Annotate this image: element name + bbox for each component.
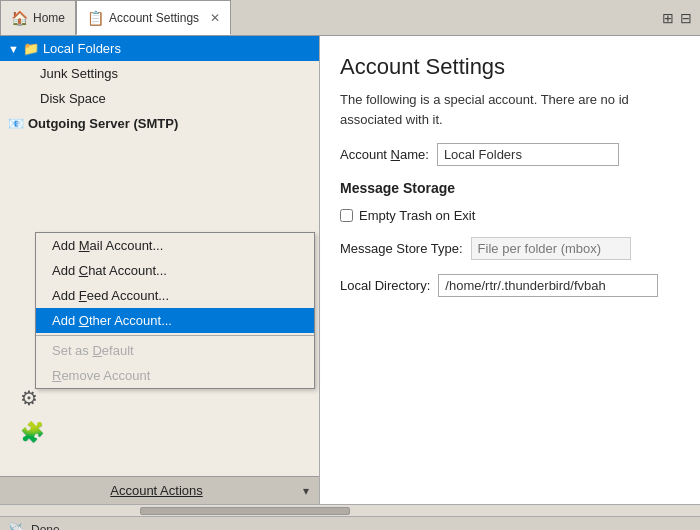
menu-divider: [36, 335, 314, 336]
toolbar-icon-1[interactable]: ⊞: [662, 10, 674, 26]
home-icon: 🏠: [11, 10, 28, 26]
account-name-input[interactable]: [437, 143, 619, 166]
gear-plugin-icon: ⚙: [20, 386, 45, 410]
status-bar: 📡 Done: [0, 516, 700, 530]
tab-bar: 🏠 Home 📋 Account Settings ✕ ⊞ ⊟: [0, 0, 700, 36]
menu-item-label: Add Mail Account...: [52, 238, 163, 253]
sidebar-item-disk-space[interactable]: Disk Space: [0, 86, 319, 111]
tab-home-label: Home: [33, 11, 65, 25]
dropdown-menu: Add Mail Account... Add Chat Account... …: [35, 232, 315, 389]
local-dir-label: Local Directory:: [340, 278, 430, 293]
local-dir-input[interactable]: [438, 274, 658, 297]
sidebar-item-junk-settings[interactable]: Junk Settings: [0, 61, 319, 86]
page-title: Account Settings: [340, 54, 680, 80]
content-description: The following is a special account. Ther…: [340, 90, 680, 129]
menu-item-label: Add Chat Account...: [52, 263, 167, 278]
tab-account-settings[interactable]: 📋 Account Settings ✕: [76, 0, 231, 35]
sidebar-item-label: Junk Settings: [40, 66, 118, 81]
toolbar-icon-2[interactable]: ⊟: [680, 10, 692, 26]
menu-add-chat[interactable]: Add Chat Account...: [36, 258, 314, 283]
account-actions-label: Account Actions: [10, 483, 303, 498]
empty-trash-row: Empty Trash on Exit: [340, 208, 680, 223]
status-text: Done: [31, 523, 60, 531]
tab-home[interactable]: 🏠 Home: [0, 0, 76, 35]
puzzle-plugin-icon: 🧩: [20, 420, 45, 444]
sidebar-item-label: Outgoing Server (SMTP): [28, 116, 178, 131]
sidebar-item-label: Disk Space: [40, 91, 106, 106]
scroll-bar[interactable]: [0, 504, 700, 516]
smtp-icon: 📧: [8, 116, 24, 131]
menu-item-label: Remove Account: [52, 368, 150, 383]
local-dir-row: Local Directory:: [340, 274, 680, 297]
menu-add-feed[interactable]: Add Feed Account...: [36, 283, 314, 308]
menu-item-label: Set as Default: [52, 343, 134, 358]
menu-item-label: Add Feed Account...: [52, 288, 169, 303]
empty-trash-label: Empty Trash on Exit: [359, 208, 475, 223]
arrow-icon: ▼: [8, 43, 19, 55]
menu-remove-account: Remove Account: [36, 363, 314, 388]
menu-set-default: Set as Default: [36, 338, 314, 363]
plugin-icons-area: ⚙ 🧩: [20, 386, 45, 444]
toolbar-icons: ⊞ ⊟: [654, 0, 700, 35]
scroll-thumb[interactable]: [140, 507, 350, 515]
content-panel: Account Settings The following is a spec…: [320, 36, 700, 504]
message-store-label: Message Store Type:: [340, 241, 463, 256]
account-actions-arrow-icon: ▾: [303, 484, 309, 498]
message-storage-title: Message Storage: [340, 180, 680, 196]
account-name-row: Account Name:: [340, 143, 680, 166]
message-store-row: Message Store Type: File per folder (mbo…: [340, 237, 680, 260]
account-name-label: Account Name:: [340, 147, 429, 162]
account-actions-bar[interactable]: Account Actions ▾: [0, 476, 319, 504]
menu-add-other[interactable]: Add Other Account...: [36, 308, 314, 333]
main-layout: ▼ 📁 Local Folders Junk Settings Disk Spa…: [0, 36, 700, 504]
settings-icon: 📋: [87, 10, 104, 26]
sidebar-item-outgoing-server[interactable]: 📧 Outgoing Server (SMTP): [0, 111, 319, 136]
sidebar-item-local-folders[interactable]: ▼ 📁 Local Folders: [0, 36, 319, 61]
menu-item-label: Add Other Account...: [52, 313, 172, 328]
sidebar-item-label: Local Folders: [43, 41, 121, 56]
menu-add-mail[interactable]: Add Mail Account...: [36, 233, 314, 258]
tab-account-settings-label: Account Settings: [109, 11, 199, 25]
tab-close-button[interactable]: ✕: [210, 11, 220, 25]
sidebar: ▼ 📁 Local Folders Junk Settings Disk Spa…: [0, 36, 320, 504]
empty-trash-checkbox[interactable]: [340, 209, 353, 222]
message-store-value: File per folder (mbox): [471, 237, 631, 260]
status-icon: 📡: [8, 522, 25, 531]
folder-icon: 📁: [23, 41, 39, 56]
